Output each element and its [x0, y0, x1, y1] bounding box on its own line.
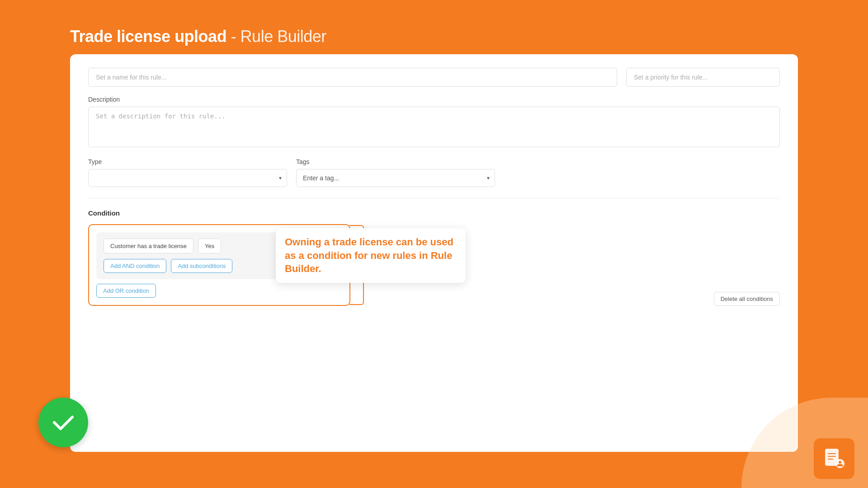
- add-subconditions-button[interactable]: Add subconditions: [171, 259, 232, 273]
- type-section: Type ▾: [88, 158, 287, 187]
- divider: [88, 198, 780, 198]
- delete-all-conditions-button[interactable]: Delete all conditions: [714, 292, 780, 306]
- description-section: Description: [88, 96, 780, 149]
- tags-label: Tags: [296, 158, 495, 165]
- tags-section: Tags Enter a tag... ▾: [296, 158, 495, 187]
- name-priority-row: [88, 68, 780, 87]
- type-label: Type: [88, 158, 287, 165]
- condition-section-label: Condition: [88, 209, 780, 217]
- logo-card: [814, 438, 854, 479]
- page-title-light: - Rule Builder: [226, 27, 326, 46]
- add-and-condition-button[interactable]: Add AND condition: [104, 259, 166, 273]
- condition-value-tag: Yes: [198, 239, 221, 253]
- rule-name-input[interactable]: [88, 68, 617, 87]
- tags-select-wrap: Enter a tag... ▾: [296, 169, 495, 187]
- logo-icon: [822, 446, 846, 471]
- check-icon: [50, 409, 77, 436]
- annotation-text: Owning a trade license can be used as a …: [285, 235, 457, 276]
- rule-priority-input[interactable]: [626, 68, 780, 87]
- type-select-wrap: ▾: [88, 169, 287, 187]
- description-textarea[interactable]: [88, 107, 780, 147]
- tags-select[interactable]: Enter a tag...: [296, 169, 495, 187]
- svg-point-6: [839, 461, 841, 464]
- page-title-bold: Trade license upload: [70, 27, 226, 46]
- annotation-box: Owning a trade license can be used as a …: [276, 228, 466, 283]
- type-select[interactable]: [88, 169, 287, 187]
- add-or-row: Add OR condition: [96, 284, 342, 298]
- add-or-condition-button[interactable]: Add OR condition: [96, 284, 156, 298]
- type-tags-row: Type ▾ Tags Enter a tag... ▾: [88, 158, 780, 187]
- condition-field-tag: Customer has a trade license: [104, 239, 193, 253]
- check-badge: [38, 398, 88, 447]
- page-title: Trade license upload - Rule Builder: [70, 27, 326, 46]
- description-label: Description: [88, 96, 780, 103]
